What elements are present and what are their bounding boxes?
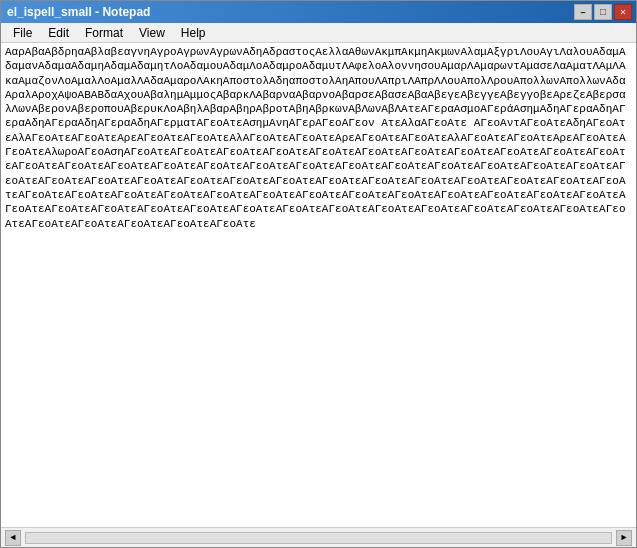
menu-bar: File Edit Format View Help xyxy=(1,23,636,43)
menu-help[interactable]: Help xyxy=(173,24,214,42)
menu-edit[interactable]: Edit xyxy=(40,24,77,42)
scroll-left-button[interactable]: ◄ xyxy=(5,530,21,546)
bottom-bar: ◄ ► xyxy=(1,527,636,547)
scroll-right-button[interactable]: ► xyxy=(616,530,632,546)
close-button[interactable]: ✕ xyxy=(614,4,632,20)
minimize-button[interactable]: – xyxy=(574,4,592,20)
maximize-button[interactable]: □ xyxy=(594,4,612,20)
content-area: ΑαρΑβαΑβδρηαΑβλαβεαγνηΑγροΑγρωνΑγρωνΑδηΑ… xyxy=(1,43,636,527)
title-bar: el_ispell_small - Notepad – □ ✕ xyxy=(1,1,636,23)
menu-view[interactable]: View xyxy=(131,24,173,42)
menu-file[interactable]: File xyxy=(5,24,40,42)
main-window: el_ispell_small - Notepad – □ ✕ File Edi… xyxy=(0,0,637,548)
window-controls: – □ ✕ xyxy=(574,4,632,20)
menu-format[interactable]: Format xyxy=(77,24,131,42)
window-title: el_ispell_small - Notepad xyxy=(5,5,150,19)
scroll-track[interactable] xyxy=(25,532,612,544)
text-content[interactable]: ΑαρΑβαΑβδρηαΑβλαβεαγνηΑγροΑγρωνΑγρωνΑδηΑ… xyxy=(1,43,636,527)
horizontal-scrollbar: ◄ ► xyxy=(5,530,632,546)
